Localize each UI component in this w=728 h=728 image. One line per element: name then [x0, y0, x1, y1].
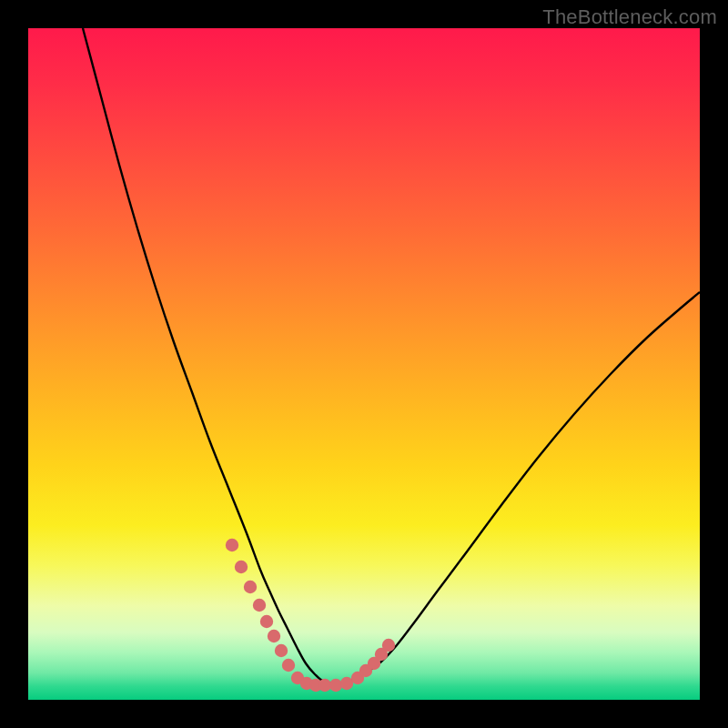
pink-marker-dot [235, 561, 248, 573]
bottleneck-curve-svg [28, 28, 700, 700]
pink-marker-dot [244, 581, 257, 593]
watermark-text: TheBottleneck.com [542, 5, 717, 29]
bottleneck-curve-path [83, 28, 700, 683]
pink-marker-dot [329, 679, 342, 692]
pink-marker-dot [268, 630, 280, 642]
plot-frame [28, 28, 700, 700]
pink-marker-dot [275, 644, 288, 657]
pink-marker-dot [226, 539, 238, 551]
pink-marker-dot [260, 615, 273, 628]
pink-marker-dot [282, 659, 295, 672]
pink-marker-dot [253, 599, 266, 612]
pink-marker-dot [382, 639, 395, 652]
